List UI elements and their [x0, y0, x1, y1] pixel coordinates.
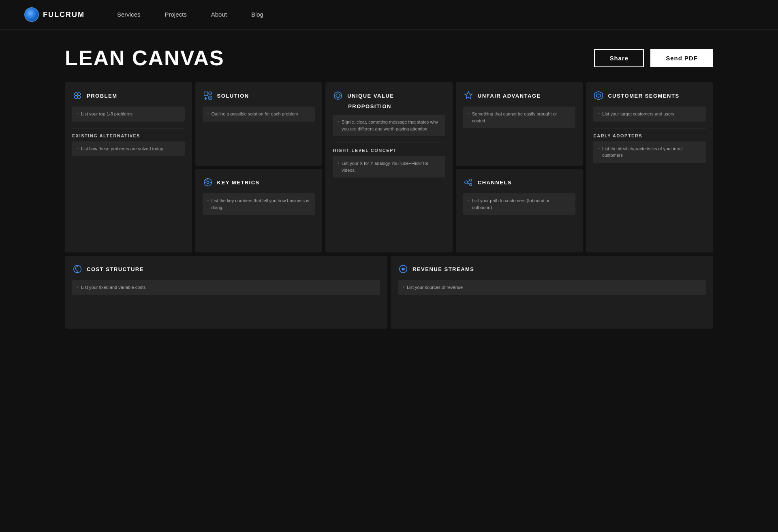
revenue-streams-icon — [398, 264, 408, 274]
nav-link-about[interactable]: About — [211, 11, 227, 18]
problem-card: PROBLEM ▪ List your top 1-3 problems EXI… — [65, 82, 192, 252]
customer-segments-body: ▪ List your target customers and users — [593, 107, 706, 122]
navbar: FULCRUM Services Projects About Blog — [0, 0, 778, 30]
uvp-body-item: ▪ Signle, clear, cometting message that … — [338, 119, 440, 132]
uvp-icon — [333, 90, 343, 101]
nav-item-services[interactable]: Services — [117, 11, 141, 18]
early-adopters-text: List the ideal characteristics of your i… — [602, 145, 701, 159]
problem-body-text: List your top 1-3 problems — [81, 111, 133, 118]
nav-item-projects[interactable]: Projects — [165, 11, 187, 18]
channels-body: ▪ List your path to customers (Inbound o… — [463, 193, 576, 215]
svg-point-28 — [470, 184, 472, 186]
early-adopters-body: ▪ List the ideal characteristics of your… — [593, 141, 706, 163]
customer-segments-card: CUSTOMER SEGMENTS ▪ List your target cus… — [586, 82, 713, 252]
solution-title: SOLUTION — [217, 93, 249, 99]
high-level-concept-item: ▪ List your X for Y analogy YouTube+Flic… — [338, 160, 440, 173]
solution-body: ▪ Outline a possible solution for each p… — [203, 107, 315, 122]
customer-segments-title: CUSTOMER SEGMENTS — [608, 93, 679, 99]
customer-segments-item: ▪ List your target customers and users — [598, 111, 701, 118]
nav-link-blog[interactable]: Blog — [251, 11, 263, 18]
uvp-body: ▪ Signle, clear, cometting message that … — [333, 115, 445, 136]
solution-card-header: SOLUTION — [203, 90, 315, 101]
solution-body-item: ▪ Outline a possible solution for each p… — [207, 111, 310, 118]
problem-divider — [72, 128, 185, 128]
uvp-divider — [333, 143, 445, 143]
high-level-concept-text: List your X for Y analogy YouTube+Flickr… — [342, 160, 440, 173]
channels-header: CHANNELS — [463, 177, 576, 188]
nav-link-projects[interactable]: Projects — [165, 11, 187, 18]
channels-card: CHANNELS ▪ List your path to customers (… — [456, 169, 583, 252]
existing-alternatives-item: ▪ List how these problems are solved tod… — [77, 145, 180, 152]
key-metrics-body: ▪ List the key numbers that tell you how… — [203, 193, 315, 215]
solution-icon — [203, 90, 213, 101]
key-metrics-icon — [203, 177, 213, 188]
unfair-advantage-title: UNFAIR ADVANTAGE — [478, 93, 541, 99]
uvp-card-header: UNIQUE VALUE — [333, 90, 445, 101]
problem-body-item: ▪ List your top 1-3 problems — [77, 111, 180, 118]
unfair-advantage-header: UNFAIR ADVANTAGE — [463, 90, 576, 101]
key-metrics-card: KEY METRICS ▪ List the key numbers that … — [195, 169, 323, 252]
canvas-bottom-grid: COST STRUCTURE ▪ List your fixed and var… — [65, 256, 713, 329]
channels-title: CHANNELS — [478, 179, 512, 186]
existing-alternatives-label: EXISTING ALTERNATIVES — [72, 133, 185, 138]
cost-structure-text: List your fixed and variable costs — [81, 284, 146, 291]
channels-item: ▪ List your path to customers (Inbound o… — [468, 197, 571, 211]
svg-point-26 — [465, 181, 468, 184]
svg-point-3 — [77, 96, 80, 98]
svg-point-2 — [75, 96, 77, 98]
revenue-streams-title: REVENUE STREAMS — [413, 266, 474, 272]
revenue-streams-text: List your sources of revenue — [407, 284, 463, 291]
customer-segments-text: List your target customers and users — [602, 111, 674, 118]
send-pdf-button[interactable]: Send PDF — [650, 49, 713, 67]
unfair-advantage-card: UNFAIR ADVANTAGE ▪ Something that cannot… — [456, 82, 583, 166]
logo-area[interactable]: FULCRUM — [24, 7, 85, 22]
svg-line-25 — [205, 180, 206, 181]
revenue-streams-card: REVENUE STREAMS ▪ List your sources of r… — [391, 256, 713, 329]
nav-link-services[interactable]: Services — [117, 11, 141, 18]
share-button[interactable]: Share — [594, 49, 644, 67]
svg-line-29 — [468, 181, 470, 182]
high-level-concept-label: HIGHT-LEVEL CONCEPT — [333, 148, 445, 153]
nav-item-blog[interactable]: Blog — [251, 11, 263, 18]
svg-rect-5 — [208, 92, 211, 95]
canvas-main-grid: PROBLEM ▪ List your top 1-3 problems EXI… — [65, 82, 713, 252]
problem-body: ▪ List your top 1-3 problems — [72, 107, 185, 122]
unfair-advantage-text: Something that cannot be easily brought … — [472, 111, 571, 124]
cost-structure-icon — [72, 264, 83, 274]
logo-text: FULCRUM — [43, 11, 85, 19]
svg-marker-17 — [594, 92, 603, 100]
svg-point-34 — [400, 265, 407, 273]
key-metrics-header: KEY METRICS — [203, 177, 315, 188]
svg-point-0 — [75, 93, 77, 96]
uvp-title2: PROPOSITION — [348, 103, 391, 109]
unfair-advantage-icon — [463, 90, 474, 101]
existing-alternatives-text: List how these problems are solved today… — [81, 145, 164, 152]
svg-point-20 — [207, 181, 209, 184]
svg-line-30 — [468, 183, 470, 184]
page-title: LEAN CANVAS — [65, 46, 224, 70]
customer-segments-divider — [593, 128, 706, 128]
unfair-advantage-body: ▪ Something that cannot be easily brough… — [463, 107, 576, 128]
canvas-container: PROBLEM ▪ List your top 1-3 problems EXI… — [0, 82, 778, 345]
nav-links: Services Projects About Blog — [117, 11, 263, 18]
nav-item-about[interactable]: About — [211, 11, 227, 18]
uvp-title: UNIQUE VALUE — [347, 93, 394, 99]
header-buttons: Share Send PDF — [594, 49, 713, 67]
revenue-streams-item: ▪ List your sources of revenue — [403, 284, 701, 291]
svg-point-1 — [77, 93, 80, 96]
solution-body-text: Outline a possible solution for each pro… — [212, 111, 298, 118]
cost-structure-card: COST STRUCTURE ▪ List your fixed and var… — [65, 256, 387, 329]
cost-structure-header: COST STRUCTURE — [72, 264, 380, 274]
uvp-title-group: UNIQUE VALUE — [347, 92, 394, 99]
early-adopters-item: ▪ List the ideal characteristics of your… — [598, 145, 701, 159]
key-metrics-text: List the key numbers that tell you how b… — [212, 197, 310, 211]
existing-alternatives-body: ▪ List how these problems are solved tod… — [72, 141, 185, 156]
early-adopters-label: EARLY ADOPTERS — [593, 133, 706, 138]
cost-structure-item: ▪ List your fixed and variable costs — [77, 284, 375, 291]
svg-rect-4 — [204, 92, 207, 96]
revenue-streams-header: REVENUE STREAMS — [398, 264, 706, 274]
cost-structure-body: ▪ List your fixed and variable costs — [72, 280, 380, 295]
uvp-card: UNIQUE VALUE PROPOSITION ▪ Signle, clear… — [325, 82, 453, 252]
logo-icon — [24, 7, 39, 22]
unfair-advantage-item: ▪ Something that cannot be easily brough… — [468, 111, 571, 124]
